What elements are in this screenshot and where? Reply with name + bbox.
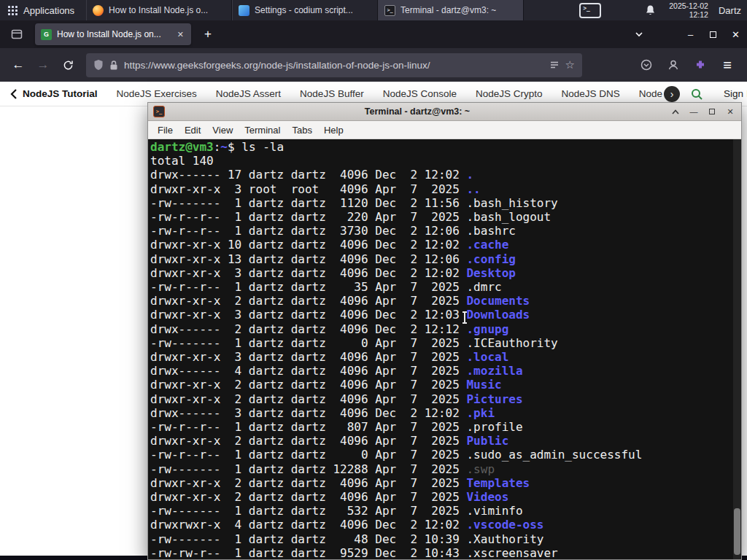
- file-name: Desktop: [466, 266, 515, 280]
- terminal-line: -rw-r--r-- 1 dartz dartz 807 Apr 7 2025 …: [150, 420, 740, 434]
- close-button[interactable]: ✕: [724, 20, 747, 48]
- file-name: .cache: [466, 238, 508, 252]
- menu-terminal[interactable]: Terminal: [239, 125, 286, 136]
- site-nav-item[interactable]: NodeJS Assert: [216, 88, 281, 99]
- site-nav-back-label: NodeJS Tutorial: [23, 88, 98, 99]
- back-button[interactable]: ←: [6, 52, 31, 77]
- terminal-menubar: FileEditViewTerminalTabsHelp: [148, 121, 741, 139]
- terminal-line: drwxr-xr-x 3 dartz dartz 4096 Dec 2 12:0…: [150, 266, 740, 280]
- prompt-user-host: dartz@vm3: [150, 140, 214, 154]
- maximize-button[interactable]: [702, 20, 724, 48]
- site-nav-back[interactable]: NodeJS Tutorial: [10, 88, 98, 99]
- terminal-minimize-button[interactable]: —: [688, 106, 700, 118]
- terminal-line: drwxr-xr-x 2 dartz dartz 4096 Apr 7 2025…: [150, 294, 740, 308]
- sign-in-button[interactable]: Sign In: [724, 88, 747, 99]
- file-name: .vscode-oss: [466, 518, 543, 532]
- terminal-line: drwx------ 4 dartz dartz 4096 Apr 7 2025…: [150, 364, 740, 378]
- shield-icon[interactable]: [93, 59, 104, 71]
- file-name: .gnupg: [466, 322, 508, 336]
- site-nav-item[interactable]: NodeJS Buffer: [300, 88, 364, 99]
- site-nav-item[interactable]: NodeJS Crypto: [476, 88, 543, 99]
- account-icon[interactable]: [661, 52, 686, 77]
- clock-time: 12:12: [669, 10, 708, 19]
- bookmark-star-icon[interactable]: ☆: [565, 58, 575, 71]
- terminal-scrollbar-thumb[interactable]: [734, 508, 740, 555]
- list-all-tabs-button[interactable]: [630, 25, 649, 44]
- prompt-path: ~: [220, 140, 228, 154]
- tray-terminal-icon[interactable]: >_: [579, 3, 601, 18]
- firefox-tab-bar: G How to Install Node.js on... ✕ + – ✕: [0, 20, 747, 48]
- terminal-line: -rw------- 1 dartz dartz 12288 Apr 7 202…: [150, 462, 740, 476]
- file-name: .dmrc: [466, 280, 501, 294]
- file-name: .bashrc: [466, 224, 515, 238]
- reader-mode-icon[interactable]: [549, 60, 560, 70]
- task-button-terminal[interactable]: >_Terminal - dartz@vm3: ~: [378, 0, 524, 20]
- forward-button[interactable]: →: [31, 52, 55, 77]
- chevron-up-icon: [672, 109, 679, 114]
- file-name: .mozilla: [466, 364, 522, 378]
- menu-view[interactable]: View: [206, 125, 239, 136]
- file-name: Videos: [466, 490, 508, 504]
- url-bar[interactable]: https://www.geeksforgeeks.org/node-js/in…: [86, 53, 582, 77]
- toolbar-right-icons: ≡: [634, 52, 740, 77]
- file-name: .xscreensaver: [466, 546, 557, 559]
- terminal-total-line: total 140: [150, 154, 740, 168]
- menu-help[interactable]: Help: [318, 125, 349, 136]
- tab-close-icon[interactable]: ✕: [176, 30, 185, 39]
- task-button-settings[interactable]: Settings - codium script...: [232, 0, 378, 20]
- terminal-window: >_ Terminal - dartz@vm3: ~ — ✕ FileEditV…: [147, 102, 742, 560]
- site-nav-item[interactable]: NodeJS Exercises: [117, 88, 197, 99]
- site-search-button[interactable]: [690, 88, 703, 101]
- page-favicon: G: [41, 29, 52, 40]
- maximize-icon: [710, 31, 716, 38]
- terminal-line: drwxrwxr-x 4 dartz dartz 4096 Dec 2 12:0…: [150, 518, 740, 532]
- applications-menu-button[interactable]: Applications: [0, 0, 83, 20]
- file-name: .config: [466, 252, 515, 266]
- site-nav-next-button[interactable]: ›: [664, 86, 680, 102]
- terminal-line: drwxr-xr-x 13 dartz dartz 4096 Dec 2 12:…: [150, 252, 740, 266]
- menu-file[interactable]: File: [152, 125, 179, 136]
- task-label: Terminal - dartz@vm3: ~: [400, 5, 496, 15]
- menu-tabs[interactable]: Tabs: [286, 125, 317, 136]
- file-name: Templates: [466, 476, 530, 490]
- clock-date: 2025-12-02: [669, 1, 708, 10]
- task-button-firefox[interactable]: How to Install Node.js o...: [86, 0, 232, 20]
- search-icon: [690, 88, 703, 101]
- minimize-button[interactable]: –: [679, 20, 702, 48]
- clock[interactable]: 2025-12-02 12:12: [669, 1, 708, 19]
- menu-hamburger-icon[interactable]: ≡: [715, 52, 740, 77]
- settings-icon: [239, 5, 249, 16]
- terminal-line: drwxr-xr-x 3 root root 4096 Apr 7 2025 .…: [150, 182, 740, 196]
- notification-bell-icon[interactable]: [645, 4, 656, 16]
- firefox-nav-toolbar: ← → https://www.geeksforgeeks.org/node-j…: [0, 48, 747, 82]
- new-tab-button[interactable]: +: [198, 25, 217, 44]
- prompt-command: ls -la: [241, 140, 284, 154]
- firefox-view-button[interactable]: [7, 25, 26, 44]
- pocket-icon[interactable]: [634, 52, 659, 77]
- file-name: ..: [466, 182, 480, 196]
- terminal-titlebar[interactable]: >_ Terminal - dartz@vm3: ~ — ✕: [148, 103, 741, 121]
- terminal-close-button[interactable]: ✕: [724, 106, 736, 118]
- site-nav-item[interactable]: Node: [639, 88, 662, 99]
- extension-icon[interactable]: [688, 52, 713, 77]
- terminal-output: dartz@vm3:~$ ls -la total 140 drwx------…: [150, 140, 740, 559]
- window-task-list: How to Install Node.js o...Settings - co…: [86, 0, 524, 20]
- file-name: .local: [466, 350, 508, 364]
- window-controls: – ✕: [679, 20, 747, 48]
- browser-tab[interactable]: G How to Install Node.js on... ✕: [35, 23, 191, 45]
- terminal-line: drwx------ 17 dartz dartz 4096 Dec 2 12:…: [150, 168, 740, 182]
- site-nav-item[interactable]: NodeJS Console: [383, 88, 457, 99]
- shade-button[interactable]: [670, 106, 681, 118]
- terminal-title: Terminal - dartz@vm3: ~: [169, 106, 665, 117]
- terminal-maximize-button[interactable]: [706, 106, 718, 118]
- terminal-scrollbar[interactable]: [733, 139, 741, 559]
- chevron-left-icon: [10, 89, 17, 99]
- reload-button[interactable]: [55, 52, 80, 77]
- site-nav-item[interactable]: NodeJS DNS: [562, 88, 620, 99]
- terminal-window-buttons: — ✕: [670, 106, 736, 118]
- user-menu[interactable]: Dartz: [719, 5, 741, 16]
- lock-icon[interactable]: [109, 60, 118, 71]
- menu-edit[interactable]: Edit: [179, 125, 206, 136]
- terminal-body[interactable]: dartz@vm3:~$ ls -la total 140 drwx------…: [148, 139, 741, 559]
- terminal-line: -rw------- 1 dartz dartz 532 Apr 7 2025 …: [150, 504, 740, 518]
